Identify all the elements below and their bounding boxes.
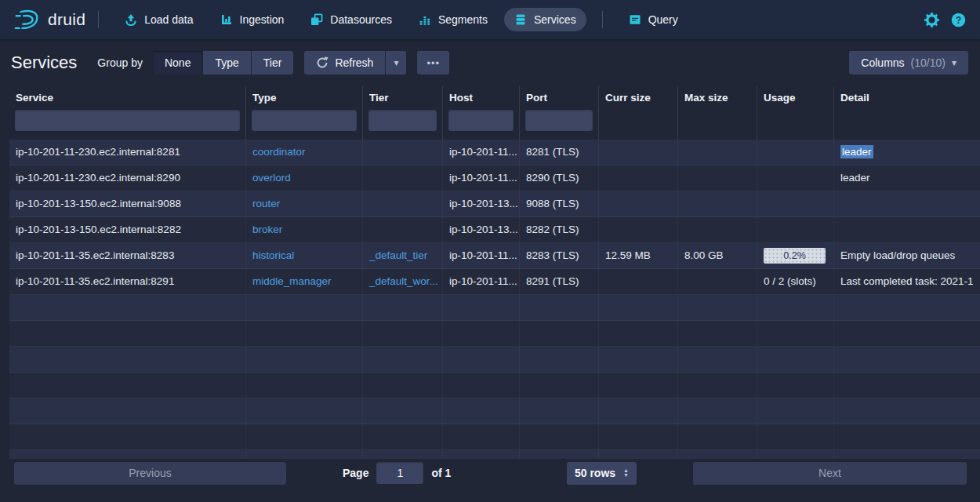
column-header-curr-size[interactable]: Curr size [599, 86, 678, 108]
group-by-type-button[interactable]: Type [203, 51, 250, 75]
type-link[interactable]: historical [246, 243, 363, 268]
usage-cell [757, 191, 834, 216]
previous-page-button[interactable]: Previous [14, 462, 286, 485]
columns-dropdown-button[interactable]: Columns (10/10) ▾ [849, 51, 968, 75]
page-title: Services [11, 53, 77, 73]
next-page-button[interactable]: Next [693, 462, 967, 485]
usage-cell: 0 / 2 (slots) [757, 269, 834, 294]
nav-item-label: Load data [144, 13, 193, 26]
port-cell: 8283 (TLS) [520, 243, 599, 268]
nav-ingestion[interactable]: Ingestion [210, 8, 295, 31]
nav-item-label: Datasources [330, 13, 392, 26]
detail-cell: leader [834, 140, 980, 165]
nav-item-label: Segments [438, 13, 488, 26]
group-by-tier-button[interactable]: Tier [252, 51, 294, 75]
type-link[interactable]: middle_manager [246, 269, 363, 294]
host-cell: ip-10-201-11... [443, 243, 520, 268]
type-link[interactable]: coordinator [246, 140, 363, 165]
detail-cell [834, 217, 980, 242]
brand-name: druid [48, 10, 85, 29]
port-cell: 8281 (TLS) [520, 140, 599, 165]
table-row: ip-10-201-11-230.ec2.internal:8281 coord… [9, 140, 980, 166]
group-by-none-button[interactable]: None [153, 51, 202, 75]
help-icon[interactable]: ? [951, 13, 966, 27]
more-actions-button[interactable]: ••• [417, 51, 449, 75]
refresh-interval-dropdown[interactable]: ▾ [386, 51, 406, 75]
type-link[interactable]: overlord [246, 166, 363, 191]
service-cell: ip-10-201-13-150.ec2.internal:8282 [9, 217, 246, 242]
nav-services[interactable]: Services [504, 8, 586, 31]
max-size-cell [678, 217, 757, 242]
curr-size-cell [599, 269, 678, 294]
column-header-host[interactable]: Host [443, 86, 520, 108]
nav-segments[interactable]: Segments [408, 8, 498, 31]
page-size-select[interactable]: 50 rows ▲ ▼ [567, 462, 637, 485]
column-header-usage[interactable]: Usage [757, 86, 834, 108]
host-cell: ip-10-201-13... [443, 217, 520, 242]
page-number-input[interactable] [376, 462, 423, 484]
nav-item-label: Services [534, 13, 576, 26]
curr-size-cell [599, 166, 678, 191]
host-filter-input[interactable] [448, 110, 514, 131]
column-header-type[interactable]: Type [246, 86, 363, 108]
max-size-cell [678, 140, 757, 165]
services-table: Service Type Tier Host Port Curr size Ma… [9, 86, 980, 459]
detail-cell: Empty load/drop queues [834, 243, 980, 268]
port-cell: 8290 (TLS) [520, 166, 599, 191]
column-header-detail[interactable]: Detail [834, 86, 980, 108]
tier-cell [363, 217, 443, 242]
column-header-port[interactable]: Port [520, 86, 599, 108]
tier-link[interactable]: _default_tier [363, 243, 443, 268]
columns-count: (10/10) [911, 56, 946, 69]
table-row: ip-10-201-13-150.ec2.internal:9088 route… [9, 191, 980, 217]
top-nav: druid Load data Ingestion [0, 0, 980, 39]
table-row: ip-10-201-13-150.ec2.internal:8282 broke… [9, 217, 980, 243]
table-body: ip-10-201-11-230.ec2.internal:8281 coord… [9, 140, 980, 459]
service-filter-input[interactable] [15, 110, 240, 131]
port-filter-input[interactable] [525, 110, 593, 131]
nav-query[interactable]: Query [619, 8, 688, 31]
tier-link[interactable]: _default_wor... [363, 269, 443, 294]
segment-bars-icon [419, 13, 431, 26]
curr-size-cell [599, 217, 678, 242]
host-cell: ip-10-201-11... [443, 140, 520, 165]
group-by-label: Group by [97, 56, 143, 69]
services-view: Service Type Tier Host Port Curr size Ma… [0, 86, 980, 485]
host-cell: ip-10-201-13... [443, 191, 520, 216]
nav-item-label: Query [648, 13, 678, 26]
layers-icon [310, 13, 323, 26]
usage-cell [757, 166, 834, 191]
type-link[interactable]: router [246, 191, 363, 216]
host-cell: ip-10-201-11... [443, 166, 520, 191]
columns-label: Columns [861, 56, 904, 69]
refresh-button[interactable]: Refresh [304, 51, 385, 75]
tier-cell [363, 166, 443, 191]
nav-load-data[interactable]: Load data [114, 8, 203, 31]
table-row: ip-10-201-11-230.ec2.internal:8290 overl… [9, 166, 980, 191]
druid-logo[interactable]: druid [14, 9, 85, 31]
druid-logo-icon [14, 9, 41, 31]
nav-divider [98, 11, 99, 28]
column-header-max-size[interactable]: Max size [678, 86, 757, 108]
column-header-tier[interactable]: Tier [363, 86, 443, 108]
detail-cell: leader [834, 166, 980, 191]
gear-icon[interactable] [924, 13, 939, 27]
database-icon [514, 13, 527, 26]
port-cell: 8282 (TLS) [520, 217, 599, 242]
nav-right: ? [924, 13, 966, 27]
curr-size-cell [599, 191, 678, 216]
page-header: Services Group by None Type Tier Refresh… [0, 39, 980, 86]
nav-datasources[interactable]: Datasources [300, 8, 402, 31]
type-filter-input[interactable] [252, 110, 357, 131]
service-cell: ip-10-201-13-150.ec2.internal:9088 [9, 191, 246, 216]
type-link[interactable]: broker [246, 217, 363, 242]
tier-filter-input[interactable] [368, 110, 437, 131]
group-by-buttons: None Type Tier [153, 51, 293, 75]
refresh-label: Refresh [335, 56, 373, 69]
service-cell: ip-10-201-11-35.ec2.internal:8283 [9, 243, 246, 268]
column-header-service[interactable]: Service [9, 86, 246, 108]
caret-down-icon: ▾ [394, 57, 398, 68]
service-cell: ip-10-201-11-35.ec2.internal:8291 [9, 269, 246, 294]
detail-cell: Last completed task: 2021-1 [834, 269, 980, 294]
usage-cell: 0.2% [757, 243, 834, 268]
